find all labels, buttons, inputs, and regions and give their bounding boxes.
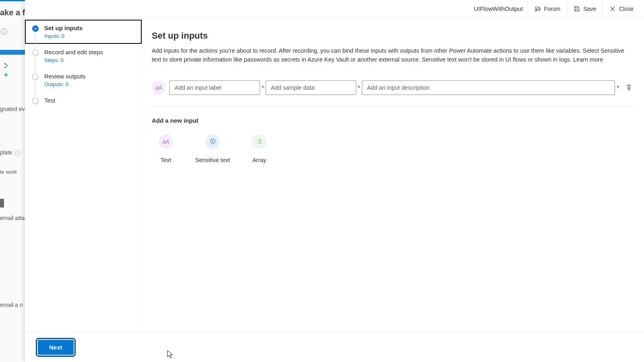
ui-flow-dialog: UIFlowWithOutput Forum Save Close Set up… <box>25 0 644 362</box>
step-indicator-complete <box>32 25 39 32</box>
plus-icon <box>3 72 9 78</box>
type-label: Sensitive text <box>195 157 230 163</box>
add-text-input[interactable]: aA Text <box>152 132 180 166</box>
dialog-body: Set up inputs Inputs: 0 Record and edit … <box>25 18 644 332</box>
required-indicator: * <box>262 84 264 91</box>
add-sensitive-text-input[interactable]: Sensitive text <box>191 132 234 166</box>
wizard-step-set-up-inputs[interactable]: Set up inputs Inputs: 0 <box>25 20 142 44</box>
trash-icon <box>625 84 632 91</box>
step-indicator <box>32 98 39 104</box>
flow-name: UIFlowWithOutput <box>474 5 523 12</box>
wizard-step-test[interactable]: Test <box>25 92 142 109</box>
input-label-field[interactable] <box>169 80 260 95</box>
branch-icon <box>3 62 9 69</box>
add-new-input-heading: Add a new input <box>152 117 634 124</box>
step-label: Test <box>44 97 56 104</box>
bg-accent-stripe <box>0 50 25 55</box>
sensitive-icon <box>205 134 220 149</box>
bg-chip <box>0 199 4 208</box>
bg-sidebar-icons <box>0 62 12 78</box>
close-icon <box>609 6 616 12</box>
add-array-input[interactable]: Array <box>245 132 273 166</box>
array-icon <box>252 134 266 149</box>
forum-icon <box>535 6 541 12</box>
learn-more-link[interactable]: Learn more <box>573 56 603 63</box>
step-indicator <box>32 74 39 80</box>
bg-text-fragment: platei <box>0 149 20 156</box>
panel-description: Add inputs for the actions you're about … <box>152 47 627 64</box>
save-icon <box>574 6 580 12</box>
input-definition-row: aA * * * <box>152 80 634 107</box>
svg-point-2 <box>212 141 213 142</box>
text-type-badge: aA <box>152 81 165 95</box>
step-sublabel: Outputs: 0 <box>44 81 86 87</box>
input-type-options: aA Text Sensitive text Array <box>152 132 634 166</box>
delete-input-button[interactable] <box>623 82 634 93</box>
required-indicator: * <box>358 84 360 91</box>
bg-heading-fragment: ake a fl <box>0 8 27 17</box>
input-description-field[interactable] <box>362 80 615 95</box>
step-sublabel: Inputs: 0 <box>44 33 83 39</box>
step-label: Review outputs <box>44 73 86 80</box>
info-icon: i <box>1 28 7 35</box>
step-label: Record and edit steps <box>44 49 103 56</box>
save-button[interactable]: Save <box>567 0 603 18</box>
wizard-nav: Set up inputs Inputs: 0 Record and edit … <box>25 18 142 332</box>
svg-rect-1 <box>537 8 540 10</box>
type-label: Array <box>252 157 266 163</box>
main-panel: Set up inputs Add inputs for the actions… <box>142 18 644 332</box>
type-label: Text <box>161 157 171 163</box>
close-button[interactable]: Close <box>603 0 640 18</box>
bg-text-fragment: email a n <box>0 302 23 308</box>
step-indicator <box>32 49 39 56</box>
bg-text-fragment: te work <box>0 169 17 175</box>
step-label: Set up inputs <box>44 25 83 31</box>
dialog-header: UIFlowWithOutput Forum Save Close <box>25 0 644 18</box>
next-button[interactable]: Next <box>38 340 74 355</box>
panel-title: Set up inputs <box>152 31 634 41</box>
required-indicator: * <box>617 84 619 91</box>
wizard-step-review-outputs[interactable]: Review outputs Outputs: 0 <box>25 68 142 92</box>
wizard-step-record-and-edit[interactable]: Record and edit steps Steps: 0 <box>25 44 142 68</box>
check-icon <box>33 27 37 31</box>
forum-button[interactable]: Forum <box>528 0 567 18</box>
dialog-footer: Next <box>25 332 644 362</box>
sample-data-field[interactable] <box>266 80 356 95</box>
bg-text-fragment: email attac <box>0 215 27 221</box>
step-sublabel: Steps: 0 <box>44 57 103 63</box>
text-icon: aA <box>159 134 173 149</box>
